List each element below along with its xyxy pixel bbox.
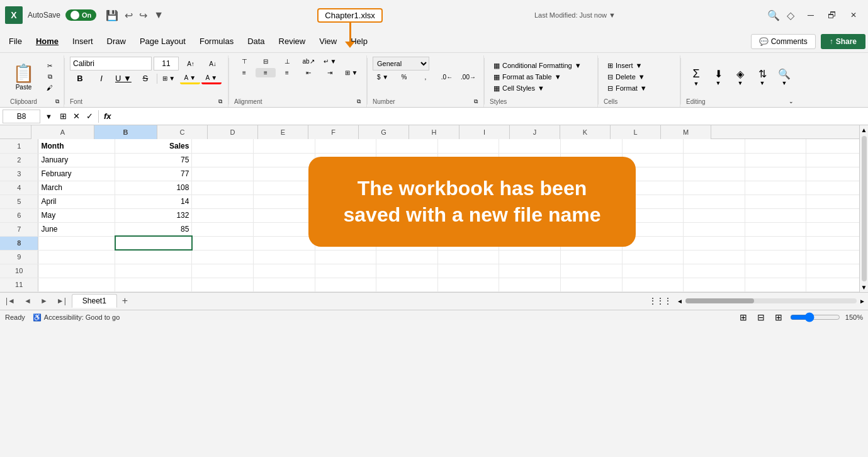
font-color-button[interactable]: A ▼ bbox=[201, 73, 222, 84]
cell-K3[interactable] bbox=[684, 167, 745, 181]
save-icon[interactable]: 💾 bbox=[104, 8, 120, 23]
autosum-button[interactable]: Σ ▼ bbox=[686, 65, 706, 89]
cell-M1[interactable] bbox=[806, 139, 868, 153]
borders-button[interactable]: ⊞ ▼ bbox=[159, 74, 179, 83]
cell-G10[interactable] bbox=[437, 264, 499, 278]
scroll-thumb[interactable] bbox=[862, 136, 867, 281]
cell-D3[interactable] bbox=[254, 167, 315, 181]
menu-review[interactable]: Review bbox=[273, 34, 312, 48]
text-direction-button[interactable]: ab↗ bbox=[298, 57, 318, 66]
strikethrough-button[interactable]: S bbox=[135, 72, 155, 84]
cell-A2[interactable]: January bbox=[38, 153, 115, 167]
cell-G6[interactable] bbox=[437, 208, 499, 222]
scroll-up-button[interactable]: ▲ bbox=[860, 125, 868, 135]
cell-D11[interactable] bbox=[254, 278, 315, 291]
percent-button[interactable]: % bbox=[394, 72, 414, 82]
clear-button[interactable]: ◈ ▼ bbox=[730, 66, 750, 88]
cell-E9[interactable] bbox=[315, 250, 376, 264]
cell-L1[interactable] bbox=[745, 139, 806, 153]
cell-H9[interactable] bbox=[499, 250, 561, 264]
cell-L4[interactable] bbox=[745, 181, 806, 195]
cell-C6[interactable] bbox=[192, 208, 254, 222]
cell-I5[interactable] bbox=[560, 195, 622, 208]
cell-B5[interactable]: 14 bbox=[115, 195, 192, 208]
cell-M2[interactable] bbox=[806, 153, 868, 167]
font-size-input[interactable] bbox=[154, 57, 179, 71]
cell-B1[interactable]: Sales bbox=[115, 139, 192, 153]
horizontal-scrollbar[interactable]: ◄ ► bbox=[677, 298, 865, 305]
cell-D7[interactable] bbox=[254, 222, 315, 236]
cell-E2[interactable] bbox=[315, 153, 376, 167]
cell-K1[interactable] bbox=[684, 139, 745, 153]
cell-H8[interactable] bbox=[499, 236, 561, 250]
bold-button[interactable]: B bbox=[70, 72, 90, 84]
cell-H11[interactable] bbox=[499, 278, 561, 291]
menu-home[interactable]: Home bbox=[30, 34, 65, 48]
fill-button[interactable]: ⬇ ▼ bbox=[708, 66, 728, 88]
cell-I1[interactable] bbox=[560, 139, 622, 153]
font-name-input[interactable] bbox=[70, 57, 152, 71]
cell-M11[interactable] bbox=[806, 278, 868, 291]
cell-F7[interactable] bbox=[376, 222, 438, 236]
increase-indent-button[interactable]: ⇥ bbox=[320, 68, 340, 77]
sheet-nav-prev[interactable]: ◄ bbox=[21, 295, 35, 307]
cell-M8[interactable] bbox=[806, 236, 868, 250]
menu-file[interactable]: File bbox=[3, 34, 28, 48]
cell-B7[interactable]: 85 bbox=[115, 222, 192, 236]
confirm-formula-button[interactable]: ✓ bbox=[84, 111, 96, 121]
wrap-text-button[interactable]: ↵ ▼ bbox=[320, 57, 340, 66]
fill-color-button[interactable]: A ▼ bbox=[180, 73, 200, 84]
cell-E4[interactable] bbox=[315, 181, 376, 195]
cell-E10[interactable] bbox=[315, 264, 376, 278]
formula-expand-button[interactable]: ⊞ bbox=[57, 111, 69, 121]
cell-E7[interactable] bbox=[315, 222, 376, 236]
cell-D6[interactable] bbox=[254, 208, 315, 222]
col-header-G[interactable]: G bbox=[359, 125, 409, 139]
cell-G8[interactable] bbox=[437, 236, 499, 250]
cell-A3[interactable]: February bbox=[38, 167, 115, 181]
cell-M9[interactable] bbox=[806, 250, 868, 264]
cell-G4[interactable] bbox=[437, 181, 499, 195]
cut-button[interactable]: ✂ bbox=[40, 61, 60, 71]
cell-C8[interactable] bbox=[192, 236, 254, 250]
menu-page-layout[interactable]: Page Layout bbox=[133, 34, 192, 48]
number-expand[interactable]: ⧉ bbox=[473, 98, 478, 106]
add-sheet-button[interactable]: + bbox=[120, 295, 130, 307]
cell-E5[interactable] bbox=[315, 195, 376, 208]
underline-button[interactable]: U ▼ bbox=[113, 72, 134, 84]
cell-H7[interactable] bbox=[499, 222, 561, 236]
scroll-left-button[interactable]: ◄ bbox=[677, 298, 683, 305]
cell-K11[interactable] bbox=[684, 278, 745, 291]
cell-B2[interactable]: 75 bbox=[115, 153, 192, 167]
cell-A8[interactable] bbox=[38, 236, 115, 250]
minimize-button[interactable]: ─ bbox=[801, 8, 820, 23]
col-header-H[interactable]: H bbox=[409, 125, 459, 139]
insert-cells-button[interactable]: ⊞ Insert ▼ bbox=[604, 60, 675, 71]
align-middle-button[interactable]: ⊟ bbox=[256, 57, 276, 66]
cell-K9[interactable] bbox=[684, 250, 745, 264]
cell-A10[interactable] bbox=[38, 264, 115, 278]
cell-H3[interactable] bbox=[499, 167, 561, 181]
cell-M7[interactable] bbox=[806, 222, 868, 236]
cell-styles-button[interactable]: ▦ Cell Styles ▼ bbox=[490, 83, 592, 94]
h-scroll-thumb[interactable] bbox=[685, 298, 754, 303]
increase-decimal-button[interactable]: .00→ bbox=[458, 72, 478, 82]
cell-F10[interactable] bbox=[376, 264, 438, 278]
cell-F1[interactable] bbox=[376, 139, 438, 153]
align-top-button[interactable]: ⊤ bbox=[234, 57, 254, 66]
sheet-options-button[interactable]: ⋮⋮⋮ bbox=[649, 296, 672, 305]
zoom-slider[interactable] bbox=[790, 312, 840, 322]
cell-B3[interactable]: 77 bbox=[115, 167, 192, 181]
col-header-C[interactable]: C bbox=[157, 125, 208, 139]
cell-L10[interactable] bbox=[745, 264, 806, 278]
cell-F2[interactable] bbox=[376, 153, 438, 167]
comma-button[interactable]: , bbox=[415, 72, 436, 82]
sheet-nav-last[interactable]: ►| bbox=[54, 295, 69, 307]
cell-K4[interactable] bbox=[684, 181, 745, 195]
cell-B8[interactable] bbox=[115, 236, 192, 250]
cancel-formula-button[interactable]: ✕ bbox=[70, 111, 82, 121]
redo-icon[interactable]: ↪ bbox=[137, 8, 149, 23]
col-header-E[interactable]: E bbox=[258, 125, 308, 139]
formula-input[interactable] bbox=[116, 111, 865, 121]
close-button[interactable]: ✕ bbox=[844, 8, 863, 23]
